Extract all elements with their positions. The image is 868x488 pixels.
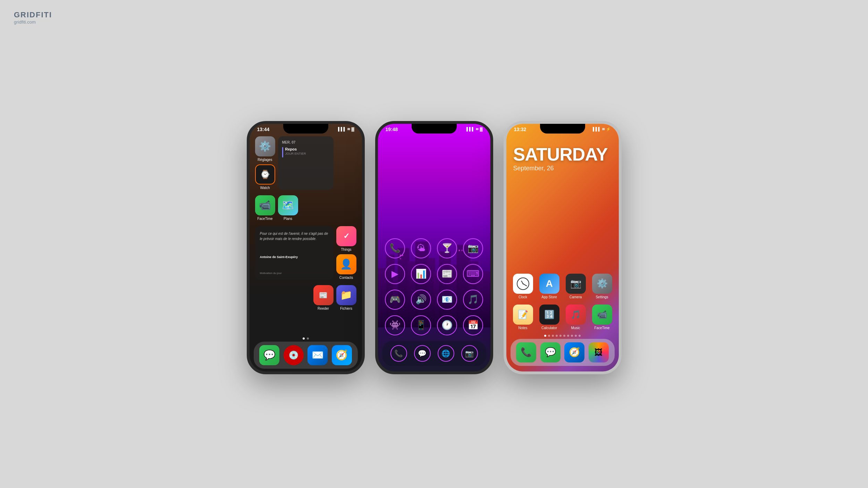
- icon-grid-purple: 📞 🌤 🍸 📷 ▶ 📊 📰: [378, 232, 490, 340]
- contacts-label: Contacts: [339, 276, 353, 280]
- app-reeder[interactable]: 📰 Reeder: [313, 285, 334, 310]
- dock-safari[interactable]: 🧭: [332, 345, 352, 365]
- status-icons-2: ▌▌▌ ≋ ▓: [466, 127, 483, 131]
- p3-dock-messages[interactable]: 💬: [540, 342, 561, 362]
- p2-mail-icon: 📧: [437, 290, 457, 310]
- p2-app-news[interactable]: 📰: [437, 264, 457, 284]
- date-full: September, 26: [513, 165, 612, 172]
- facetime-3-icon-box: 📹: [592, 305, 612, 325]
- notch-2: [412, 124, 457, 134]
- page-dots-3: [506, 333, 619, 339]
- p2-dock-msg[interactable]: 💬: [413, 345, 432, 362]
- clock-center: [522, 283, 523, 284]
- dock-safari-icon: 🧭: [332, 345, 352, 365]
- p2-dock-phone-icon: 📞: [390, 345, 407, 362]
- p3-dot-1: [544, 335, 546, 337]
- p2-phone-icon: 📞: [385, 238, 405, 258]
- p2-dock-browser[interactable]: 🌐: [436, 345, 456, 362]
- app-watch[interactable]: ⌚ Watch: [255, 164, 275, 190]
- p2-app-mail[interactable]: 📧: [437, 290, 457, 310]
- calculator-icon-box: 🔢: [539, 305, 559, 325]
- app-settings-3[interactable]: ⚙️ Settings: [591, 274, 613, 299]
- date-widget: SATURDAY September, 26: [506, 134, 619, 175]
- app-clock[interactable]: Clock: [512, 274, 534, 299]
- p2-app-whatsapp[interactable]: 📱: [411, 315, 431, 335]
- p2-app-discord[interactable]: 🎮: [385, 290, 405, 310]
- phone3-content: 13:32 ▌▌▌ ≋ ⚡ SATURDAY September, 26: [506, 124, 619, 371]
- app-facetime[interactable]: 📹 FaceTime: [255, 195, 275, 221]
- app-things[interactable]: ✓ Things: [336, 226, 356, 251]
- p2-app-spotify[interactable]: 🎵: [463, 290, 483, 310]
- app-maps[interactable]: 🗺️ Plans: [278, 195, 298, 221]
- p2-app-clock[interactable]: 🕐: [437, 315, 457, 335]
- p2-dock-browser-icon: 🌐: [438, 345, 454, 362]
- p3-dot-4: [556, 335, 558, 337]
- things-label: Things: [341, 248, 351, 251]
- motivation-widget: Pour ce qui est de l'avenir, il ne s'agi…: [255, 226, 334, 280]
- fichiers-label: Fichiers: [340, 307, 352, 310]
- p2-app-camera[interactable]: 📷: [463, 238, 483, 258]
- p2-app-cocktail[interactable]: 🍸: [437, 238, 457, 258]
- p2-app-phone[interactable]: 📞: [385, 238, 405, 258]
- status-time-3: 13:32: [514, 127, 526, 132]
- app-notes[interactable]: 📝 Notes: [512, 305, 534, 330]
- dock-music-icon: 💿: [284, 345, 304, 365]
- reeder-label: Reeder: [318, 307, 329, 310]
- p2-app-reddit[interactable]: 👾: [385, 315, 405, 335]
- date-day: SATURDAY: [513, 144, 612, 165]
- dock-mail[interactable]: ✉️: [307, 345, 328, 365]
- app-row-4: 📰 Reeder 📁 Fichiers: [250, 282, 362, 313]
- calendar-event: Repos JOUR ENTIER: [282, 147, 329, 157]
- phone-3: 13:32 ▌▌▌ ≋ ⚡ SATURDAY September, 26: [504, 121, 622, 374]
- p2-app-weather[interactable]: 🌤: [411, 238, 431, 258]
- p2-app-play[interactable]: ▶: [385, 264, 405, 284]
- p2-app-speaker[interactable]: 🔊: [411, 290, 431, 310]
- p3-dock-photos[interactable]: 🖼: [589, 342, 609, 362]
- p2-spotify-icon: 🎵: [463, 290, 483, 310]
- things-icon: ✓: [336, 226, 356, 246]
- p2-play-icon: ▶: [385, 264, 405, 284]
- p2-dash-icon: 📊: [411, 264, 431, 284]
- status-icons-1: ▌▌▌ ≋ ▓: [338, 127, 354, 131]
- p3-dock-safari-icon: 🧭: [564, 342, 584, 362]
- app-camera[interactable]: 📷 Camera: [565, 274, 587, 299]
- p3-dock-safari[interactable]: 🧭: [564, 342, 584, 362]
- p3-dot-9: [575, 335, 577, 337]
- p2-app-dash[interactable]: 📊: [411, 264, 431, 284]
- p3-dock-phone[interactable]: 📞: [516, 342, 536, 362]
- dock-music[interactable]: 💿: [284, 345, 304, 365]
- p2-cal-icon: 📅: [463, 315, 483, 335]
- p2-dock-phone[interactable]: 📞: [389, 345, 408, 362]
- app-contacts[interactable]: 👤 Contacts: [336, 254, 356, 280]
- p2-app-cal[interactable]: 📅: [463, 315, 483, 335]
- dock-messages-icon: 💬: [259, 345, 279, 365]
- phone-2: 19:48 ▌▌▌ ≋ ▓ 📞 🌤 🍸 📷: [375, 121, 493, 374]
- fichiers-icon: 📁: [336, 285, 356, 305]
- p2-dock-msg-icon: 💬: [414, 345, 431, 362]
- event-sub: JOUR ENTIER: [285, 152, 306, 155]
- maps-icon: 🗺️: [278, 195, 298, 215]
- app-appstore[interactable]: A App Store: [538, 274, 561, 299]
- notch-1: [283, 124, 328, 134]
- app-calculator[interactable]: 🔢 Calculator: [538, 305, 561, 330]
- app-fichiers[interactable]: 📁 Fichiers: [336, 285, 356, 310]
- p2-whatsapp-icon: 📱: [411, 315, 431, 335]
- p2-dock-cam[interactable]: 📷: [460, 345, 479, 362]
- status-time-1: 13:44: [257, 127, 270, 132]
- camera-label: Camera: [570, 295, 582, 299]
- p2-app-kbd[interactable]: ⌨: [463, 264, 483, 284]
- p2-discord-icon: 🎮: [385, 290, 405, 310]
- app-settings[interactable]: ⚙️ Réglages: [255, 136, 275, 162]
- app-facetime-3[interactable]: 📹 FaceTime: [591, 305, 613, 330]
- p2-reddit-icon: 👾: [385, 315, 405, 335]
- p3-dot-2: [548, 335, 550, 337]
- p2-weather-icon: 🌤: [411, 238, 431, 258]
- music-icon-box: 🎵: [566, 305, 586, 325]
- app-row-2: 📹 FaceTime 🗺️ Plans: [250, 192, 362, 223]
- p3-dock-phone-icon: 📞: [516, 342, 536, 362]
- motivation-author: Antoine de Saint-Exupéry: [260, 255, 329, 259]
- settings-3-icon-box: ⚙️: [592, 274, 612, 294]
- music-label: Music: [571, 326, 580, 330]
- dock-messages[interactable]: 💬: [259, 345, 279, 365]
- app-music[interactable]: 🎵 Music: [565, 305, 587, 330]
